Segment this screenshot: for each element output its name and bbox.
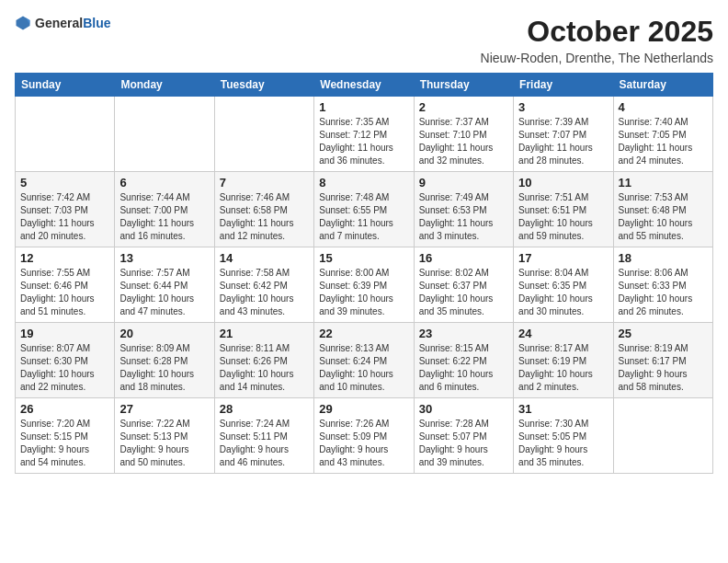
calendar-day-cell: 31Sunrise: 7:30 AM Sunset: 5:05 PM Dayli…: [514, 398, 613, 474]
calendar-day-cell: 6Sunrise: 7:44 AM Sunset: 7:00 PM Daylig…: [115, 172, 214, 247]
logo-blue-text: Blue: [83, 16, 110, 30]
day-info: Sunrise: 7:28 AM Sunset: 5:07 PM Dayligh…: [419, 418, 508, 469]
calendar-week-row: 1Sunrise: 7:35 AM Sunset: 7:12 PM Daylig…: [16, 97, 713, 172]
weekday-header-row: SundayMondayTuesdayWednesdayThursdayFrid…: [16, 74, 713, 97]
weekday-header-wednesday: Wednesday: [314, 74, 414, 97]
day-info: Sunrise: 7:53 AM Sunset: 6:48 PM Dayligh…: [619, 191, 708, 243]
location-subtitle: Nieuw-Roden, Drenthe, The Netherlands: [481, 51, 713, 65]
day-number: 8: [319, 176, 408, 190]
day-info: Sunrise: 7:37 AM Sunset: 7:10 PM Dayligh…: [419, 116, 508, 167]
day-number: 14: [220, 251, 309, 265]
day-number: 18: [619, 251, 708, 265]
calendar-day-cell: 5Sunrise: 7:42 AM Sunset: 7:03 PM Daylig…: [16, 172, 115, 247]
day-info: Sunrise: 7:46 AM Sunset: 6:58 PM Dayligh…: [220, 191, 309, 243]
weekday-header-saturday: Saturday: [613, 74, 712, 97]
calendar-empty-cell: [16, 97, 115, 172]
day-info: Sunrise: 7:51 AM Sunset: 6:51 PM Dayligh…: [518, 191, 608, 243]
day-info: Sunrise: 8:04 AM Sunset: 6:35 PM Dayligh…: [518, 267, 608, 318]
day-number: 21: [220, 327, 309, 340]
calendar-day-cell: 25Sunrise: 8:19 AM Sunset: 6:17 PM Dayli…: [613, 323, 712, 398]
weekday-header-sunday: Sunday: [16, 74, 115, 97]
day-number: 7: [220, 176, 309, 190]
calendar-week-row: 12Sunrise: 7:55 AM Sunset: 6:46 PM Dayli…: [16, 247, 713, 323]
calendar-day-cell: 14Sunrise: 7:58 AM Sunset: 6:42 PM Dayli…: [214, 247, 313, 323]
logo: GeneralBlue: [15, 15, 110, 31]
day-info: Sunrise: 8:07 AM Sunset: 6:30 PM Dayligh…: [20, 342, 109, 394]
day-number: 20: [119, 327, 209, 340]
weekday-header-thursday: Thursday: [414, 74, 513, 97]
calendar-day-cell: 28Sunrise: 7:24 AM Sunset: 5:11 PM Dayli…: [214, 398, 313, 474]
day-number: 25: [619, 327, 708, 340]
day-info: Sunrise: 8:11 AM Sunset: 6:26 PM Dayligh…: [220, 342, 309, 394]
calendar-day-cell: 7Sunrise: 7:46 AM Sunset: 6:58 PM Daylig…: [214, 172, 313, 247]
day-info: Sunrise: 7:24 AM Sunset: 5:11 PM Dayligh…: [220, 418, 309, 469]
calendar-day-cell: 29Sunrise: 7:26 AM Sunset: 5:09 PM Dayli…: [314, 398, 414, 474]
calendar-day-cell: 3Sunrise: 7:39 AM Sunset: 7:07 PM Daylig…: [514, 97, 613, 172]
day-number: 3: [518, 100, 608, 114]
calendar-day-cell: 1Sunrise: 7:35 AM Sunset: 7:12 PM Daylig…: [314, 97, 414, 172]
calendar-day-cell: 23Sunrise: 8:15 AM Sunset: 6:22 PM Dayli…: [414, 323, 513, 398]
day-number: 10: [518, 176, 608, 190]
calendar-day-cell: 15Sunrise: 8:00 AM Sunset: 6:39 PM Dayli…: [314, 247, 414, 323]
day-number: 22: [319, 327, 408, 340]
day-info: Sunrise: 8:17 AM Sunset: 6:19 PM Dayligh…: [518, 342, 608, 394]
day-info: Sunrise: 8:15 AM Sunset: 6:22 PM Dayligh…: [419, 342, 508, 394]
day-number: 27: [119, 402, 209, 416]
calendar-empty-cell: [115, 97, 214, 172]
calendar-day-cell: 4Sunrise: 7:40 AM Sunset: 7:05 PM Daylig…: [613, 97, 712, 172]
day-info: Sunrise: 7:22 AM Sunset: 5:13 PM Dayligh…: [119, 418, 209, 469]
day-number: 28: [220, 402, 309, 416]
day-number: 24: [518, 327, 608, 340]
day-info: Sunrise: 7:48 AM Sunset: 6:55 PM Dayligh…: [319, 191, 408, 243]
weekday-header-tuesday: Tuesday: [214, 74, 313, 97]
logo-icon: [15, 15, 31, 31]
day-info: Sunrise: 8:06 AM Sunset: 6:33 PM Dayligh…: [619, 267, 708, 318]
calendar-day-cell: 26Sunrise: 7:20 AM Sunset: 5:15 PM Dayli…: [16, 398, 115, 474]
calendar-week-row: 26Sunrise: 7:20 AM Sunset: 5:15 PM Dayli…: [16, 398, 713, 474]
title-section: October 2025 Nieuw-Roden, Drenthe, The N…: [481, 15, 713, 65]
svg-marker-0: [17, 17, 30, 30]
day-number: 26: [20, 402, 109, 416]
calendar-day-cell: 20Sunrise: 8:09 AM Sunset: 6:28 PM Dayli…: [115, 323, 214, 398]
day-info: Sunrise: 7:58 AM Sunset: 6:42 PM Dayligh…: [220, 267, 309, 318]
page-header: GeneralBlue October 2025 Nieuw-Roden, Dr…: [15, 15, 713, 65]
day-number: 11: [619, 176, 708, 190]
calendar-empty-cell: [214, 97, 313, 172]
day-info: Sunrise: 7:30 AM Sunset: 5:05 PM Dayligh…: [518, 418, 608, 469]
month-year-title: October 2025: [481, 15, 713, 49]
day-number: 31: [518, 402, 608, 416]
day-number: 17: [518, 251, 608, 265]
day-info: Sunrise: 7:35 AM Sunset: 7:12 PM Dayligh…: [319, 116, 408, 167]
calendar-day-cell: 8Sunrise: 7:48 AM Sunset: 6:55 PM Daylig…: [314, 172, 414, 247]
calendar-day-cell: 22Sunrise: 8:13 AM Sunset: 6:24 PM Dayli…: [314, 323, 414, 398]
calendar-day-cell: 17Sunrise: 8:04 AM Sunset: 6:35 PM Dayli…: [514, 247, 613, 323]
calendar-day-cell: 11Sunrise: 7:53 AM Sunset: 6:48 PM Dayli…: [613, 172, 712, 247]
day-number: 9: [419, 176, 508, 190]
calendar-day-cell: 19Sunrise: 8:07 AM Sunset: 6:30 PM Dayli…: [16, 323, 115, 398]
day-info: Sunrise: 7:57 AM Sunset: 6:44 PM Dayligh…: [119, 267, 209, 318]
logo-general-text: General: [35, 16, 83, 30]
day-info: Sunrise: 7:55 AM Sunset: 6:46 PM Dayligh…: [20, 267, 109, 318]
calendar-day-cell: 27Sunrise: 7:22 AM Sunset: 5:13 PM Dayli…: [115, 398, 214, 474]
day-number: 6: [119, 176, 209, 190]
calendar-day-cell: 2Sunrise: 7:37 AM Sunset: 7:10 PM Daylig…: [414, 97, 513, 172]
day-number: 30: [419, 402, 508, 416]
calendar-day-cell: 16Sunrise: 8:02 AM Sunset: 6:37 PM Dayli…: [414, 247, 513, 323]
day-number: 19: [20, 327, 109, 340]
calendar-day-cell: 18Sunrise: 8:06 AM Sunset: 6:33 PM Dayli…: [613, 247, 712, 323]
day-number: 2: [419, 100, 508, 114]
weekday-header-friday: Friday: [514, 74, 613, 97]
calendar-day-cell: 13Sunrise: 7:57 AM Sunset: 6:44 PM Dayli…: [115, 247, 214, 323]
calendar-day-cell: 10Sunrise: 7:51 AM Sunset: 6:51 PM Dayli…: [514, 172, 613, 247]
calendar-day-cell: 21Sunrise: 8:11 AM Sunset: 6:26 PM Dayli…: [214, 323, 313, 398]
day-info: Sunrise: 8:19 AM Sunset: 6:17 PM Dayligh…: [619, 342, 708, 394]
day-number: 1: [319, 100, 408, 114]
day-info: Sunrise: 7:39 AM Sunset: 7:07 PM Dayligh…: [518, 116, 608, 167]
day-info: Sunrise: 7:20 AM Sunset: 5:15 PM Dayligh…: [20, 418, 109, 469]
day-number: 16: [419, 251, 508, 265]
day-info: Sunrise: 8:00 AM Sunset: 6:39 PM Dayligh…: [319, 267, 408, 318]
calendar-day-cell: 24Sunrise: 8:17 AM Sunset: 6:19 PM Dayli…: [514, 323, 613, 398]
calendar-table: SundayMondayTuesdayWednesdayThursdayFrid…: [15, 73, 713, 474]
day-number: 15: [319, 251, 408, 265]
day-info: Sunrise: 7:26 AM Sunset: 5:09 PM Dayligh…: [319, 418, 408, 469]
